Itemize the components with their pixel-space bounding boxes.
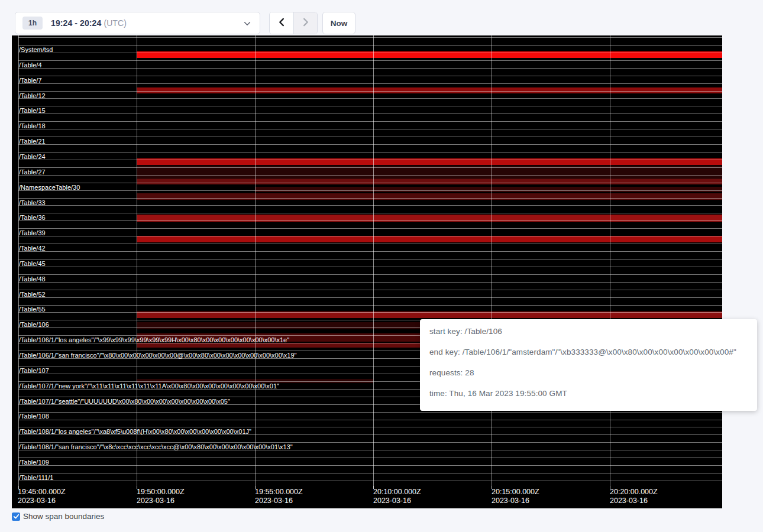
span-boundary-line [18, 183, 722, 183]
axis-date: 2023-03-16 [610, 497, 658, 505]
timezone-text: (UTC) [104, 18, 127, 28]
span-boundary-line [18, 60, 722, 61]
heat-band[interactable] [255, 187, 722, 192]
time-range-text: 19:24 - 20:24 [51, 18, 101, 28]
row-label: /System/tsd [19, 46, 53, 53]
span-boundary-line [18, 175, 722, 176]
time-axis-label: 19:50:00.000Z2023-03-16 [137, 488, 185, 505]
row-label: /Table/21 [19, 138, 46, 145]
span-boundary-line [18, 290, 722, 290]
axis-time: 19:55:00.000Z [255, 488, 303, 497]
time-gridline [373, 35, 374, 486]
row-label: /Table/48 [19, 275, 46, 283]
span-boundary-line [18, 297, 722, 298]
span-boundary-line [18, 259, 722, 259]
time-gridline [137, 35, 137, 486]
heat-band[interactable] [137, 193, 722, 200]
span-boundary-line [18, 83, 722, 84]
span-boundary-line [18, 213, 722, 213]
span-boundary-line [18, 228, 722, 229]
row-label: /Table/109 [19, 459, 49, 466]
time-window-duration-badge: 1h [22, 17, 43, 30]
axis-date: 2023-03-16 [492, 497, 539, 505]
row-label: /Table/18 [19, 122, 46, 129]
span-boundary-line [18, 53, 722, 53]
span-boundary-line [18, 251, 722, 252]
span-boundary-line [18, 473, 722, 473]
span-boundary-line [18, 45, 722, 46]
time-gridline [255, 35, 256, 486]
row-label: /Table/55 [19, 306, 46, 313]
show-span-boundaries-control: Show span boundaries [12, 512, 104, 521]
span-boundary-line [18, 137, 722, 137]
tooltip-line: start key: /Table/106 [429, 327, 748, 336]
span-boundary-line [18, 412, 722, 413]
span-boundary-line [18, 121, 722, 122]
span-boundary-line [18, 465, 722, 466]
span-boundary-line [18, 420, 722, 420]
row-label: /Table/111/1 [19, 474, 53, 481]
row-label: /Table/42 [19, 245, 46, 252]
axis-date: 2023-03-16 [137, 497, 185, 505]
heat-band[interactable] [137, 179, 722, 184]
time-axis-label: 19:55:00.000Z2023-03-16 [255, 488, 303, 505]
axis-time: 19:45:00.000Z [18, 488, 66, 497]
row-label: /Table/106/1/"san francisco"/"\x80\x00\x… [19, 352, 297, 359]
span-boundary-line [18, 160, 722, 160]
chevron-down-icon [243, 20, 251, 30]
row-label: /Table/52 [19, 291, 46, 298]
show-span-boundaries-checkbox[interactable] [12, 512, 20, 521]
row-label: /Table/107/1/"new york"/"\x11\x11\x11\x1… [19, 382, 279, 390]
span-boundary-line [18, 244, 722, 244]
row-label: /Table/24 [19, 153, 46, 160]
span-boundary-line [18, 91, 722, 92]
tooltip-line: time: Thu, 16 Mar 2023 19:55:00 GMT [429, 389, 748, 398]
span-boundary-line [18, 312, 722, 313]
chevron-left-icon [277, 18, 286, 28]
key-visualizer-canvas[interactable]: /System/tsd/Table/4/Table/7/Table/12/Tab… [12, 35, 722, 508]
span-tooltip-content: start key: /Table/106end key: /Table/106… [429, 327, 748, 398]
tooltip-line: requests: 28 [429, 368, 748, 377]
tooltip-line: end key: /Table/106/1/"amsterdam"/"\xb33… [429, 348, 748, 356]
span-boundary-line [18, 98, 722, 99]
axis-time: 20:10:00.000Z [373, 488, 421, 497]
span-boundary-line [18, 113, 722, 114]
time-axis-label: 20:10:00.000Z2023-03-16 [373, 488, 421, 505]
row-label: /Table/12 [19, 92, 46, 99]
axis-date: 2023-03-16 [18, 497, 66, 505]
time-window-prev-button[interactable] [270, 12, 293, 34]
span-boundary-line [18, 282, 722, 283]
axis-date: 2023-03-16 [373, 497, 421, 505]
span-boundary-line [18, 190, 722, 191]
time-axis-label: 20:15:00.000Z2023-03-16 [492, 488, 539, 505]
axis-date: 2023-03-16 [255, 497, 303, 505]
now-button[interactable]: Now [322, 12, 355, 34]
checkmark-icon [13, 513, 20, 520]
time-toolbar: 1h 19:24 - 20:24(UTC) Now [0, 0, 763, 35]
row-label: /Table/106 [19, 321, 49, 328]
heat-band[interactable] [137, 236, 722, 242]
span-boundary-line [18, 76, 722, 76]
span-boundary-line [18, 152, 722, 153]
span-boundary-line [18, 198, 722, 199]
row-label: /Table/15 [19, 107, 46, 114]
span-boundary-line [18, 458, 722, 458]
span-boundary-line [18, 167, 722, 168]
checkbox-label: Show span boundaries [23, 512, 104, 521]
row-label: /Table/27 [19, 168, 46, 176]
row-label: /Table/36 [19, 214, 46, 221]
time-window-selector[interactable]: 1h 19:24 - 20:24(UTC) [15, 12, 260, 34]
span-boundary-line [18, 205, 722, 206]
axis-time: 20:15:00.000Z [492, 488, 539, 497]
span-boundary-line [18, 37, 722, 38]
time-window-next-button[interactable] [293, 12, 317, 34]
row-label: /Table/45 [19, 260, 46, 267]
span-boundary-line [18, 481, 722, 481]
span-boundary-line [18, 220, 722, 221]
span-boundary-line [18, 305, 722, 306]
row-label: /Table/108/1/"san francisco"/"\x8c\xcc\x… [19, 443, 293, 450]
time-window-range: 19:24 - 20:24(UTC) [51, 18, 127, 28]
row-label: /Table/39 [19, 229, 46, 236]
span-boundary-line [18, 129, 722, 129]
row-label: /NamespaceTable/30 [19, 184, 80, 191]
